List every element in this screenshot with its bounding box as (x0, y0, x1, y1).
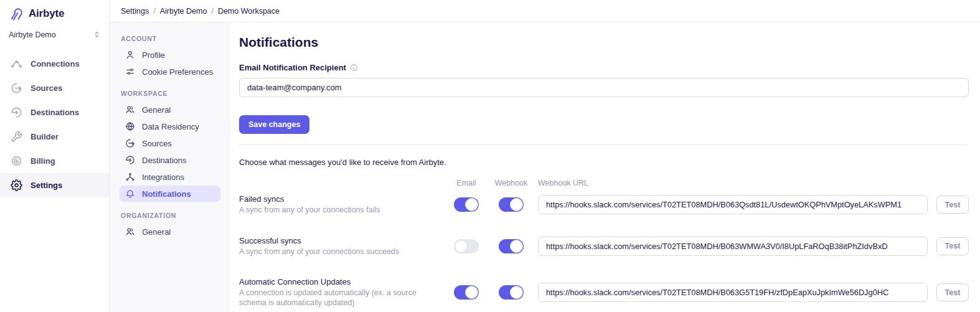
settings-nav-item-cookie-preferences[interactable]: Cookie Preferences (120, 64, 220, 80)
sliders-icon (125, 67, 135, 77)
notifications-table: Failed syncsA sync from any of your conn… (239, 194, 969, 308)
webhook-toggle[interactable] (499, 239, 524, 253)
breadcrumb-item-demo-workspace: Demo Workspace (218, 7, 280, 16)
builder-icon (11, 131, 22, 143)
breadcrumb: Settings/Airbyte Demo/Demo Workspace (121, 7, 280, 16)
settings-nav-item-label: Sources (142, 139, 172, 148)
settings-nav-item-sources[interactable]: Sources (120, 135, 220, 151)
sidebar-item-label: Sources (31, 83, 62, 93)
main-nav: ConnectionsSourcesDestinationsBuilderBil… (0, 52, 109, 197)
email-recipient-label-text: Email Notification Recipient (239, 63, 346, 72)
settings-nav-item-notifications[interactable]: Notifications (120, 186, 220, 202)
sidebar-item-sources[interactable]: Sources (0, 76, 109, 100)
webhook-url-column-header: Webhook URL (538, 179, 928, 187)
webhook-toggle-knob (510, 240, 523, 253)
notification-description: A sync from any of your connections fail… (239, 206, 442, 215)
sidebar-item-label: Destinations (31, 108, 79, 117)
test-button[interactable]: Test (936, 283, 969, 301)
globe-icon (125, 121, 135, 131)
connections-icon (11, 58, 22, 70)
settings-nav-item-label: Data Residency (142, 122, 199, 131)
save-changes-button[interactable]: Save changes (239, 115, 309, 134)
breadcrumb-item-settings[interactable]: Settings (121, 7, 149, 16)
sources-icon (11, 82, 22, 94)
email-toggle[interactable] (454, 197, 479, 212)
notifications-table-header: Email Webhook Webhook URL (239, 179, 969, 187)
notifications-page: Notifications Email Notification Recipie… (230, 22, 980, 312)
sidebar-item-connections[interactable]: Connections (0, 52, 109, 76)
webhook-column-header: Webhook (492, 179, 530, 187)
top-bar: Settings/Airbyte Demo/Demo Workspace (110, 0, 980, 22)
breadcrumb-item-airbyte-demo[interactable]: Airbyte Demo (160, 7, 207, 16)
breadcrumb-separator: / (153, 7, 155, 16)
notification-row-automatic-connection-updates: Automatic Connection UpdatesA connection… (239, 277, 969, 308)
settings-nav-item-general[interactable]: General (120, 102, 220, 118)
sidebar-item-label: Builder (31, 132, 59, 141)
airbyte-logo-icon (9, 6, 24, 21)
settings-nav-item-label: Cookie Preferences (142, 67, 213, 77)
settings-nav-item-destinations[interactable]: Destinations (120, 152, 220, 168)
sidebar-item-destinations[interactable]: Destinations (0, 100, 109, 125)
sidebar-item-builder[interactable]: Builder (0, 125, 109, 149)
airbyte-logo-text: Airbyte (29, 7, 64, 20)
email-recipient-label: Email Notification Recipient (239, 63, 969, 72)
webhook-url-input[interactable] (538, 237, 928, 256)
settings-nav-item-profile[interactable]: Profile (120, 47, 220, 63)
sources-icon (125, 138, 135, 148)
settings-nav-item-label: Profile (142, 50, 165, 60)
app-window: Airbyte Airbyte Demo ConnectionsSourcesD… (0, 0, 980, 312)
settings-section-title: ORGANIZATION (121, 212, 220, 219)
webhook-url-input[interactable] (538, 195, 928, 214)
workspace-selector-label: Airbyte Demo (9, 31, 56, 39)
info-icon (350, 64, 358, 72)
destinations-icon (11, 106, 22, 118)
webhook-toggle-knob (510, 286, 523, 299)
notification-row-failed-syncs: Failed syncsA sync from any of your conn… (239, 194, 969, 215)
integrations-icon (125, 172, 135, 182)
webhook-toggle[interactable] (499, 285, 524, 300)
email-toggle-knob (455, 240, 468, 253)
notification-title: Successful syncs (239, 236, 442, 245)
email-toggle[interactable] (454, 239, 479, 253)
settings-nav-item-integrations[interactable]: Integrations (120, 169, 220, 185)
users-icon (125, 227, 135, 237)
settings-nav-item-label: Notifications (142, 189, 191, 199)
chevrons-updown-icon (92, 30, 101, 39)
email-recipient-input[interactable] (239, 78, 969, 97)
email-toggle[interactable] (454, 285, 479, 300)
section-divider (239, 144, 969, 145)
settings-nav-item-label: Integrations (142, 173, 184, 182)
email-toggle-knob (465, 198, 478, 211)
settings-nav-item-label: Destinations (142, 156, 187, 165)
settings-section-title: WORKSPACE (121, 90, 220, 97)
left-sidebar: Airbyte Airbyte Demo ConnectionsSourcesD… (0, 0, 110, 312)
sidebar-item-label: Connections (31, 59, 80, 69)
settings-nav-item-label: General (142, 227, 171, 237)
workspace-selector[interactable]: Airbyte Demo (0, 24, 109, 45)
settings-nav-item-general[interactable]: General (120, 224, 220, 240)
settings-nav-item-label: General (142, 105, 171, 115)
notification-title: Failed syncs (239, 194, 442, 204)
sidebar-item-settings[interactable]: Settings (0, 173, 109, 197)
sidebar-item-label: Settings (31, 181, 62, 190)
settings-section-title: ACCOUNT (121, 35, 220, 42)
email-toggle-knob (465, 286, 478, 299)
airbyte-logo[interactable]: Airbyte (0, 0, 109, 24)
test-button[interactable]: Test (936, 237, 969, 255)
test-button[interactable]: Test (936, 196, 969, 214)
sidebar-item-billing[interactable]: Billing (0, 149, 109, 173)
settings-nav-item-data-residency[interactable]: Data Residency (120, 118, 220, 135)
bell-icon (125, 189, 135, 199)
destinations-icon (125, 155, 135, 165)
settings-nav: ACCOUNTProfileCookie PreferencesWORKSPAC… (110, 22, 230, 312)
notifications-intro-text: Choose what messages you'd like to recei… (239, 158, 969, 167)
notification-title: Automatic Connection Updates (239, 277, 442, 286)
notification-description: A sync from any of your connections succ… (239, 247, 442, 257)
settings-icon (11, 179, 22, 191)
webhook-toggle[interactable] (499, 197, 524, 212)
breadcrumb-separator: / (211, 7, 213, 16)
notification-row-successful-syncs: Successful syncsA sync from any of your … (239, 236, 969, 257)
users-icon (125, 105, 135, 115)
webhook-url-input[interactable] (538, 283, 928, 302)
billing-icon (11, 155, 22, 167)
